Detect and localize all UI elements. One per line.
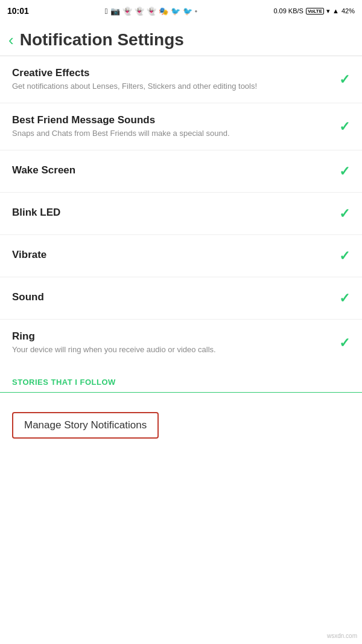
status-right: 0.09 KB/S VoLTE ▾ ▲ 42%	[273, 7, 355, 15]
battery-level: 42%	[341, 7, 355, 14]
stories-section-title: STORIES THAT I FOLLOW	[12, 378, 116, 387]
setting-content-best-friend-sounds: Best Friend Message Sounds Snaps and Cha…	[12, 114, 339, 139]
setting-title-creative-effects: Creative Effects	[12, 67, 327, 79]
setting-content-blink-led: Blink LED	[12, 207, 339, 221]
setting-content-wake-screen: Wake Screen	[12, 164, 339, 178]
setting-title-sound: Sound	[12, 291, 327, 303]
bitmoji-icon: 🎭	[159, 7, 168, 16]
setting-item-blink-led[interactable]: Blink LED ✓	[0, 193, 362, 235]
snapchat-icon2: 👻	[135, 7, 144, 16]
setting-content-creative-effects: Creative Effects Get notifications about…	[12, 67, 339, 92]
page-title: Notification Settings	[20, 30, 184, 50]
twitter-icon2: 🐦	[183, 7, 192, 16]
setting-item-best-friend-sounds[interactable]: Best Friend Message Sounds Snaps and Cha…	[0, 103, 362, 150]
checkmark-blink-led: ✓	[339, 206, 350, 222]
setting-content-vibrate: Vibrate	[12, 249, 339, 263]
snapchat-icon3: 👻	[147, 7, 156, 16]
status-time: 10:01	[7, 6, 29, 16]
setting-desc-ring: Your device will ring when you receive a…	[12, 344, 327, 355]
setting-title-ring: Ring	[12, 330, 327, 343]
checkmark-creative-effects: ✓	[339, 72, 350, 88]
twitter-icon1: 🐦	[171, 7, 180, 16]
setting-desc-creative-effects: Get notifications about Lenses, Filters,…	[12, 81, 327, 92]
watermark: wsxdn.com	[327, 633, 357, 639]
volte-badge: VoLTE	[306, 8, 324, 14]
manage-story-button[interactable]: Manage Story Notifications	[12, 412, 159, 439]
status-icons:  📷 👻 👻 👻 🎭 🐦 🐦 ●	[105, 7, 198, 16]
settings-list: Creative Effects Get notifications about…	[0, 56, 362, 367]
checkmark-sound: ✓	[339, 291, 350, 306]
setting-item-ring[interactable]: Ring Your device will ring when you rece…	[0, 320, 362, 366]
instagram-icon: 📷	[110, 7, 120, 16]
manage-story-container: Manage Story Notifications	[0, 402, 362, 448]
status-bar: 10:01  📷 👻 👻 👻 🎭 🐦 🐦 ● 0.09 KB/S VoLTE …	[0, 0, 362, 22]
stories-section-header: STORIES THAT I FOLLOW	[0, 367, 362, 392]
setting-title-vibrate: Vibrate	[12, 249, 327, 261]
setting-title-best-friend-sounds: Best Friend Message Sounds	[12, 114, 327, 126]
checkmark-best-friend-sounds: ✓	[339, 119, 350, 135]
snapchat-icon1: 👻	[122, 7, 132, 16]
setting-item-wake-screen[interactable]: Wake Screen ✓	[0, 150, 362, 193]
setting-title-wake-screen: Wake Screen	[12, 164, 327, 176]
back-button[interactable]: ‹	[8, 32, 14, 48]
setting-desc-best-friend-sounds: Snaps and Chats from Best Friends will m…	[12, 128, 327, 139]
checkmark-wake-screen: ✓	[339, 164, 350, 179]
checkmark-ring: ✓	[339, 335, 350, 351]
setting-item-vibrate[interactable]: Vibrate ✓	[0, 235, 362, 277]
setting-content-ring: Ring Your device will ring when you rece…	[12, 330, 339, 355]
header: ‹ Notification Settings	[0, 22, 362, 56]
setting-title-blink-led: Blink LED	[12, 207, 327, 219]
setting-content-sound: Sound	[12, 291, 339, 305]
dot-separator: ●	[195, 8, 198, 14]
checkmark-vibrate: ✓	[339, 248, 350, 264]
network-speed: 0.09 KB/S	[273, 7, 303, 14]
setting-item-creative-effects[interactable]: Creative Effects Get notifications about…	[0, 56, 362, 103]
wifi-icon: ▾	[326, 7, 330, 15]
setting-item-sound[interactable]: Sound ✓	[0, 277, 362, 320]
signal-icon: ▲	[332, 7, 339, 14]
facebook-icon: 	[105, 7, 108, 16]
stories-section-divider	[0, 392, 362, 393]
